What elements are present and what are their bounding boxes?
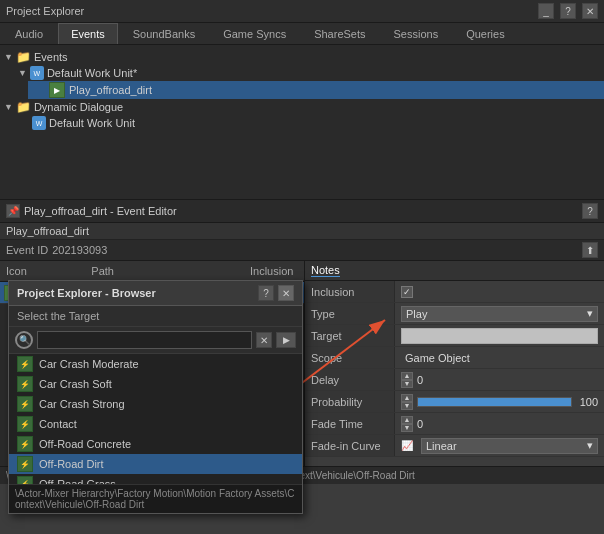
probability-spinner[interactable]: ▲ ▼ <box>401 394 413 410</box>
probability-spin-down[interactable]: ▼ <box>401 402 413 410</box>
browser-item-icon-5: ⚡ <box>17 456 33 472</box>
minimize-button[interactable]: _ <box>538 3 554 19</box>
browser-item-car-crash-soft[interactable]: ⚡ Car Crash Soft <box>9 374 302 394</box>
browser-sub-label: Select the Target <box>9 306 302 327</box>
tab-audio[interactable]: Audio <box>2 23 56 44</box>
browser-item-car-crash-moderate[interactable]: ⚡ Car Crash Moderate <box>9 354 302 374</box>
probability-bar <box>417 397 572 407</box>
browser-item-label-1: Car Crash Soft <box>39 378 112 390</box>
browser-search-clear[interactable]: ✕ <box>256 332 272 348</box>
prop-value-inclusion: ✓ <box>395 281 604 302</box>
prop-value-type[interactable]: Play ▾ <box>395 303 604 324</box>
target-input[interactable] <box>401 328 598 344</box>
prop-label-target: Target <box>305 325 395 346</box>
prop-row-target: Target <box>305 325 604 347</box>
prop-value-fade-in-curve[interactable]: 📈 Linear ▾ <box>395 435 604 456</box>
browser-item-road-dirt[interactable]: ⚡ Off-Road Dirt <box>9 454 302 474</box>
prop-label-type: Type <box>305 303 395 324</box>
browser-search-row: 🔍 ✕ ▶ <box>9 327 302 354</box>
tab-game-syncs[interactable]: Game Syncs <box>210 23 299 44</box>
chevron-down-icon: ▾ <box>587 307 593 320</box>
browser-list: ⚡ Car Crash Moderate ⚡ Car Crash Soft ⚡ … <box>9 354 302 484</box>
fade-time-value: 0 <box>417 418 423 430</box>
browser-search-go[interactable]: ▶ <box>276 332 296 348</box>
prop-row-fade-time: Fade Time ▲ ▼ 0 <box>305 413 604 435</box>
col-header-path: Path <box>85 263 244 279</box>
curve-icon: 📈 <box>401 440 413 451</box>
tab-events[interactable]: Events <box>58 23 118 44</box>
prop-value-probability: ▲ ▼ 100 <box>395 391 604 412</box>
browser-item-car-crash-strong[interactable]: ⚡ Car Crash Strong <box>9 394 302 414</box>
inclusion-prop-checkbox[interactable]: ✓ <box>401 286 413 298</box>
prop-value-delay: ▲ ▼ 0 <box>395 369 604 390</box>
event-editor-help[interactable]: ? <box>582 203 598 219</box>
browser-close-button[interactable]: ✕ <box>278 285 294 301</box>
tab-sharesets[interactable]: ShareSets <box>301 23 378 44</box>
properties-area: Inclusion ✓ Type Play ▾ <box>305 281 604 457</box>
fade-time-spin-down[interactable]: ▼ <box>401 424 413 432</box>
tree-label-events: Events <box>34 51 68 63</box>
browser-item-icon-1: ⚡ <box>17 376 33 392</box>
fade-in-curve-dropdown[interactable]: Linear ▾ <box>421 438 598 454</box>
delay-spin-up[interactable]: ▲ <box>401 372 413 380</box>
tree-item-events[interactable]: ▼ 📁 Events <box>0 49 604 65</box>
tab-sessions[interactable]: Sessions <box>381 23 452 44</box>
right-panel: Notes Inclusion ✓ Type Play ▾ <box>305 261 604 466</box>
prop-label-scope: Scope <box>305 347 395 368</box>
tree-label-dynamic-work-unit: Default Work Unit <box>49 117 135 129</box>
browser-item-road-grass[interactable]: ⚡ Off-Road Grass <box>9 474 302 484</box>
prop-label-fade-time: Fade Time <box>305 413 395 434</box>
prop-row-delay: Delay ▲ ▼ 0 <box>305 369 604 391</box>
event-editor-title-text: Play_offroad_dirt - Event Editor <box>24 205 177 217</box>
prop-label-probability: Probability <box>305 391 395 412</box>
prop-label-delay: Delay <box>305 369 395 390</box>
type-dropdown[interactable]: Play ▾ <box>401 306 598 322</box>
prop-label-inclusion: Inclusion <box>305 281 395 302</box>
help-button[interactable]: ? <box>560 3 576 19</box>
browser-item-road-concrete[interactable]: ⚡ Off-Road Concrete <box>9 434 302 454</box>
browser-help-button[interactable]: ? <box>258 285 274 301</box>
prop-value-scope: Game Object <box>395 347 604 368</box>
browser-item-contact[interactable]: ⚡ Contact <box>9 414 302 434</box>
tree-item-play-offroad-dirt[interactable]: ▶ Play_offroad_dirt <box>28 81 604 99</box>
fade-in-chevron-icon: ▾ <box>587 439 593 452</box>
delay-spin-down[interactable]: ▼ <box>401 380 413 388</box>
close-button[interactable]: ✕ <box>582 3 598 19</box>
browser-item-icon-4: ⚡ <box>17 436 33 452</box>
app-title: Project Explorer <box>6 5 84 17</box>
tab-notes[interactable]: Notes <box>311 264 340 277</box>
prop-value-target[interactable] <box>395 325 604 346</box>
browser-item-label-5: Off-Road Dirt <box>39 458 104 470</box>
browser-item-icon-2: ⚡ <box>17 396 33 412</box>
tree-item-dynamic-work-unit[interactable]: W Default Work Unit <box>14 115 604 131</box>
search-icon: 🔍 <box>15 331 33 349</box>
probability-spin-up[interactable]: ▲ <box>401 394 413 402</box>
work-unit-icon: W <box>30 66 44 80</box>
event-name-bar: Play_offroad_dirt <box>0 223 604 240</box>
tree-item-default-work-unit[interactable]: ▼ W Default Work Unit* <box>14 65 604 81</box>
export-button[interactable]: ⬆ <box>582 242 598 258</box>
tree-label-dynamic-dialogue: Dynamic Dialogue <box>34 101 123 113</box>
pin-button[interactable]: 📌 <box>6 204 20 218</box>
browser-search-input[interactable] <box>37 331 252 349</box>
folder-icon-dynamic: 📁 <box>16 100 31 114</box>
scope-value-text: Game Object <box>401 352 598 364</box>
fade-time-spin-up[interactable]: ▲ <box>401 416 413 424</box>
event-id-label: Event ID <box>6 244 48 256</box>
tab-queries[interactable]: Queries <box>453 23 518 44</box>
play-icon-tree: ▶ <box>49 82 65 98</box>
event-id-value: 202193093 <box>52 244 107 256</box>
tree-item-dynamic-dialogue[interactable]: ▼ 📁 Dynamic Dialogue <box>0 99 604 115</box>
title-bar: Project Explorer _ ? ✕ <box>0 0 604 23</box>
delay-spinner[interactable]: ▲ ▼ <box>401 372 413 388</box>
arrow-events: ▼ <box>4 52 13 62</box>
browser-item-icon-3: ⚡ <box>17 416 33 432</box>
fade-time-spinner[interactable]: ▲ ▼ <box>401 416 413 432</box>
tab-soundbanks[interactable]: SoundBanks <box>120 23 208 44</box>
event-editor-title-bar: 📌 Play_offroad_dirt - Event Editor ? <box>0 200 604 223</box>
browser-item-icon-0: ⚡ <box>17 356 33 372</box>
column-headers: Icon Path Inclusion <box>0 261 304 282</box>
prop-row-inclusion: Inclusion ✓ <box>305 281 604 303</box>
arrow-work-unit: ▼ <box>18 68 27 78</box>
browser-path-text: \Actor-Mixer Hierarchy\Factory Motion\Mo… <box>9 484 302 513</box>
